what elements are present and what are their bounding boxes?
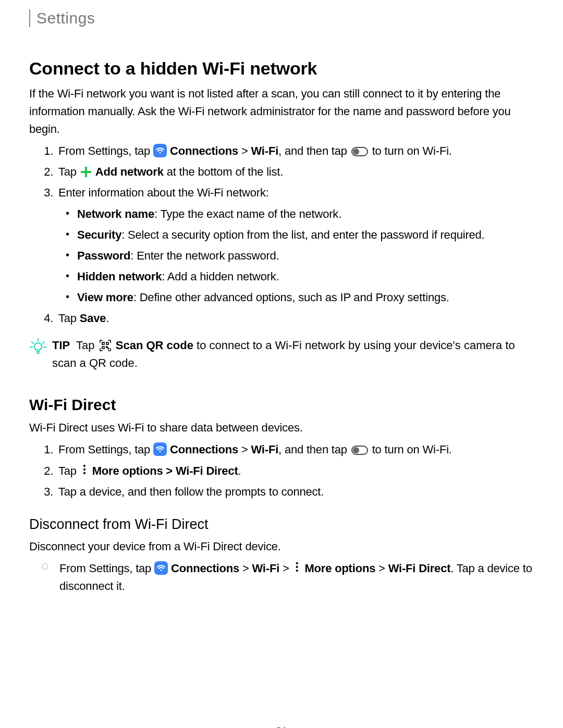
svg-point-0 (160, 152, 161, 154)
section1-step3: Enter information about the Wi-Fi networ… (56, 184, 534, 306)
text-bold: Wi-Fi (252, 562, 280, 575)
text: Tap (76, 339, 98, 352)
text: : Define other advanced options, such as… (133, 291, 449, 304)
text: to turn on Wi-Fi. (372, 144, 452, 157)
plus-icon (81, 167, 91, 177)
more-options-icon: ••• (81, 464, 88, 475)
section2-steps: From Settings, tap Connections > Wi-Fi, … (29, 441, 534, 500)
text-bold: > (163, 464, 175, 477)
page-content: Settings Connect to a hidden Wi-Fi netwo… (0, 9, 563, 728)
text: Tap (58, 165, 80, 178)
section3-list: From Settings, tap Connections > Wi-Fi >… (29, 560, 534, 595)
text: > (238, 443, 251, 456)
svg-line-3 (32, 342, 33, 343)
text: : Select a security option from the list… (121, 228, 484, 241)
wifi-icon (153, 144, 167, 157)
svg-line-4 (43, 342, 44, 343)
text: : Type the exact name of the network. (154, 207, 341, 220)
label: Password (77, 249, 130, 262)
section3-step: From Settings, tap Connections > Wi-Fi >… (56, 560, 534, 595)
text-bold: Add network (95, 165, 164, 178)
text: at the bottom of the list. (164, 165, 283, 178)
page-header: Settings (36, 9, 95, 27)
label: Hidden network (77, 270, 162, 283)
tip-text: TIP Tap Scan QR code to connect to a Wi-… (52, 337, 534, 372)
hollow-bullet-icon (42, 563, 48, 570)
text: > (375, 562, 388, 575)
svg-rect-13 (108, 348, 109, 349)
text-bold: Connections (170, 144, 238, 157)
svg-rect-11 (102, 347, 104, 349)
text: : Add a hidden network. (162, 270, 279, 283)
section1-bullets: Network name: Type the exact name of the… (58, 205, 534, 306)
text: . (238, 464, 241, 477)
label: View more (77, 291, 133, 304)
section1-step1: From Settings, tap Connections > Wi-Fi, … (56, 142, 534, 160)
text-bold: Scan QR code (116, 339, 193, 352)
text-bold: More options (304, 562, 375, 575)
section1-step2: Tap Add network at the bottom of the lis… (56, 163, 534, 181)
text-bold: Wi-Fi Direct (176, 464, 238, 477)
bullet-security: Security: Select a security option from … (77, 226, 534, 244)
label: Security (77, 228, 121, 241)
section2-step2: Tap ••• More options > Wi-Fi Direct. (56, 462, 534, 480)
bullet-view-more: View more: Define other advanced options… (77, 289, 534, 306)
text-bold: More options (92, 464, 163, 477)
toggle-off-icon (351, 446, 368, 455)
section-heading-hidden-wifi: Connect to a hidden Wi-Fi network (29, 58, 534, 79)
text: > (238, 144, 251, 157)
bullet-hidden-network: Hidden network: Add a hidden network. (77, 268, 534, 286)
svg-rect-10 (106, 342, 108, 344)
svg-point-15 (161, 570, 162, 571)
section3-intro: Disconnect your device from a Wi-Fi Dire… (29, 538, 534, 556)
svg-rect-12 (106, 347, 107, 348)
text: , and then tap (278, 144, 350, 157)
qr-code-icon (99, 339, 112, 352)
text: Enter information about the Wi-Fi networ… (58, 186, 269, 199)
text-bold: Connections (170, 443, 238, 456)
text-bold: Save (80, 312, 106, 325)
text-bold: Wi-Fi (251, 443, 279, 456)
text: to turn on Wi-Fi. (372, 443, 452, 456)
section-heading-disconnect: Disconnect from Wi-Fi Direct (29, 516, 534, 533)
text: , and then tap (278, 443, 350, 456)
text: From Settings, tap (59, 562, 154, 575)
section2-step3: Tap a device, and then follow the prompt… (56, 483, 534, 501)
wifi-icon (154, 561, 168, 575)
text: : Enter the network password. (130, 249, 279, 262)
tip-block: TIP Tap Scan QR code to connect to a Wi-… (29, 337, 534, 372)
svg-point-1 (34, 343, 42, 350)
section2-intro: Wi-Fi Direct uses Wi-Fi to share data be… (29, 419, 534, 437)
more-options-icon: ••• (294, 562, 300, 573)
section1-intro: If the Wi-Fi network you want is not lis… (29, 85, 534, 138)
text: Tap (58, 312, 80, 325)
bullet-network-name: Network name: Type the exact name of the… (77, 205, 534, 223)
section-heading-wifi-direct: Wi-Fi Direct (29, 396, 534, 414)
text: Tap (58, 464, 80, 477)
text-bold: Wi-Fi Direct (388, 562, 451, 575)
text-bold: Wi-Fi (251, 144, 279, 157)
label: Network name (77, 207, 154, 220)
toggle-off-icon (351, 147, 368, 156)
text: From Settings, tap (58, 144, 153, 157)
tip-label: TIP (52, 339, 70, 352)
text: From Settings, tap (58, 443, 153, 456)
wifi-icon (153, 442, 167, 456)
header-bar: Settings (29, 9, 534, 27)
text: . (106, 312, 109, 325)
bullet-password: Password: Enter the network password. (77, 247, 534, 265)
section2-step1: From Settings, tap Connections > Wi-Fi, … (56, 441, 534, 459)
section1-step4: Tap Save. (56, 310, 534, 327)
text-bold: Connections (171, 562, 239, 575)
svg-rect-9 (102, 342, 104, 344)
text: > (279, 562, 292, 575)
page-number: 81 (29, 725, 534, 728)
text: > (239, 562, 252, 575)
lightbulb-icon (29, 338, 47, 357)
section1-steps: From Settings, tap Connections > Wi-Fi, … (29, 142, 534, 327)
svg-point-14 (160, 451, 161, 453)
